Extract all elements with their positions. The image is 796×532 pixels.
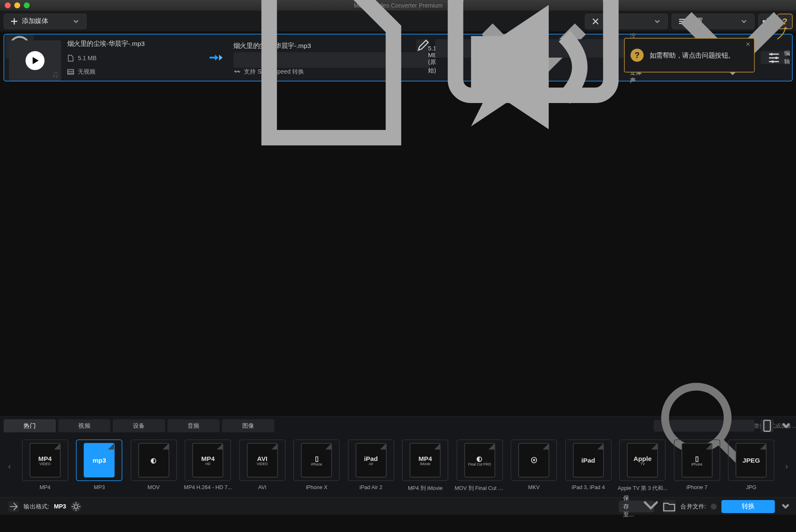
chevron-down-icon: [638, 493, 664, 519]
edit-item-label: 编辑: [784, 49, 790, 66]
open-folder-button[interactable]: [663, 500, 676, 513]
format-label: MOV 到 Final Cut Pro: [455, 484, 505, 492]
file-icon: [238, 0, 424, 153]
source-size: 5.1 MB: [78, 55, 97, 61]
format-label: iPad 3, iPad 4: [563, 484, 614, 490]
save-to-button[interactable]: 保存至...: [619, 500, 654, 512]
format-label: MOV: [129, 484, 179, 490]
chevron-down-icon: [780, 500, 791, 512]
maximize-window-button[interactable]: [24, 3, 29, 8]
add-media-button[interactable]: 添加媒体: [3, 13, 87, 29]
no-video-label: 无视频: [78, 68, 95, 76]
format-search[interactable]: ✕: [654, 420, 755, 431]
svg-point-8: [772, 60, 774, 63]
merge-label: 合并文件:: [680, 502, 706, 511]
format-card-mp4-imovie[interactable]: MP4iMovieMP4 到 iMovie: [399, 439, 452, 492]
format-card-apple-tv-3-[interactable]: AppleTVApple TV 第 3 代和...: [616, 439, 669, 492]
speed-icon: [233, 68, 241, 75]
format-settings-button[interactable]: [71, 501, 82, 511]
minimize-window-button[interactable]: [14, 3, 20, 8]
audio-format-select[interactable]: MP3 128 Kbps 立体声: [435, 58, 631, 76]
format-label: Apple TV 第 3 代和...: [618, 484, 668, 492]
save-to-label: 保存至...: [623, 494, 634, 519]
format-card-iphone-x[interactable]: ▯iPhoneiPhone X: [291, 439, 343, 492]
format-card-mp3[interactable]: mp3MP3: [73, 439, 125, 492]
source-filename: 烟火里的尘埃-华晨宇-.mp3: [67, 39, 198, 48]
svg-point-11: [74, 504, 78, 508]
media-thumbnail[interactable]: ♫: [9, 40, 61, 81]
expand-button[interactable]: [780, 500, 791, 512]
format-card-mov[interactable]: ◐MOV: [128, 439, 180, 492]
tooltip-text: 如需帮助，请点击问题按钮。: [650, 51, 735, 60]
device-icon: [761, 419, 774, 432]
video-icon: [67, 68, 74, 75]
preset-icon: [8, 501, 19, 511]
tab-popular[interactable]: 热门: [3, 419, 56, 432]
svg-rect-4: [68, 69, 74, 74]
scroll-left-button[interactable]: ‹: [3, 445, 15, 487]
tooltip-close-button[interactable]: ✕: [746, 41, 750, 48]
tab-audio[interactable]: 音频: [167, 419, 219, 432]
speaker-icon: [440, 0, 626, 160]
collapse-panel-button[interactable]: [780, 419, 793, 432]
chevron-down-icon: [72, 17, 80, 25]
chevron-down-icon: [780, 419, 793, 432]
format-label: MP4 到 iMovie: [400, 484, 450, 492]
format-card-iphone-7[interactable]: ▯iPhoneiPhone 7: [671, 439, 723, 492]
format-card-avi[interactable]: AVIVIDEOAVI: [236, 439, 288, 492]
format-label: MP4 H.264 - HD 7...: [183, 484, 233, 490]
preset-button[interactable]: [8, 501, 19, 511]
plus-icon: [10, 17, 19, 25]
scroll-right-button[interactable]: ›: [781, 445, 793, 487]
convert-button[interactable]: 转换: [722, 500, 775, 513]
tab-video[interactable]: 视频: [58, 419, 110, 432]
help-tooltip: ? 如需帮助，请点击问题按钮。 ✕: [624, 38, 755, 72]
svg-point-6: [770, 53, 773, 55]
format-card-jpg[interactable]: JPEGJPG: [725, 439, 777, 492]
format-label: iPhone 7: [672, 484, 722, 490]
music-note-icon: ♫: [52, 69, 59, 79]
add-media-label: 添加媒体: [22, 17, 48, 26]
format-card-ipad-3-ipad-4[interactable]: iPadiPad 3, iPad 4: [562, 439, 614, 492]
file-icon: [67, 54, 74, 61]
play-icon: [33, 57, 39, 64]
tooltip-arrow-icon: [776, 26, 788, 40]
format-card-ipad-air-2[interactable]: iPadAiriPad Air 2: [345, 439, 397, 492]
merge-toggle[interactable]: [711, 503, 717, 509]
format-tabs: 热门 视频 设备 音频 图像 ✕: [0, 417, 796, 434]
format-label: MP4: [20, 484, 70, 490]
edit-item-button[interactable]: 编辑: [761, 51, 788, 64]
format-panel: 热门 视频 设备 音频 图像 ✕ ‹ MP4VIDEOMP4mp3MP3◐MOV…: [0, 416, 796, 515]
format-list: ‹ MP4VIDEOMP4mp3MP3◐MOVMP4HDMP4 H.264 - …: [0, 435, 796, 497]
tab-device[interactable]: 设备: [113, 419, 165, 432]
format-label: MP3: [74, 484, 124, 490]
svg-rect-10: [764, 420, 771, 431]
status-bar: 输出格式: MP3 保存至... 合并文件: 转换: [0, 497, 796, 515]
svg-point-7: [775, 56, 777, 59]
output-format-label: 输出格式:: [24, 502, 49, 511]
superspeed-label: 支持 SuperSpeed 转换: [244, 68, 304, 76]
tab-image[interactable]: 图像: [222, 419, 274, 432]
format-label: iPhone X: [292, 484, 342, 490]
close-window-button[interactable]: [5, 3, 11, 8]
format-label: AVI: [237, 484, 287, 490]
question-icon: ?: [631, 49, 644, 62]
format-card-mp4-h-264-hd-7-[interactable]: MP4HDMP4 H.264 - HD 7...: [182, 439, 234, 492]
folder-icon: [663, 500, 676, 513]
play-button[interactable]: [26, 51, 45, 70]
format-card-mp4[interactable]: MP4VIDEOMP4: [19, 439, 71, 492]
format-label: iPad Air 2: [346, 484, 396, 490]
format-card-mkv[interactable]: ⦿MKV: [508, 439, 560, 492]
detect-device-button[interactable]: [761, 419, 774, 432]
format-label: MKV: [509, 484, 559, 490]
arrow-right-icon: [209, 53, 222, 62]
gear-icon: [71, 501, 82, 511]
sliders-icon: [767, 50, 781, 65]
output-format-value: MP3: [54, 503, 66, 510]
format-card-mov-final-cut-pro[interactable]: ◐Final Cut PROMOV 到 Final Cut Pro: [454, 439, 506, 492]
output-size-select[interactable]: 5.1 MB (原始): [233, 52, 429, 68]
format-label: JPG: [726, 484, 776, 490]
